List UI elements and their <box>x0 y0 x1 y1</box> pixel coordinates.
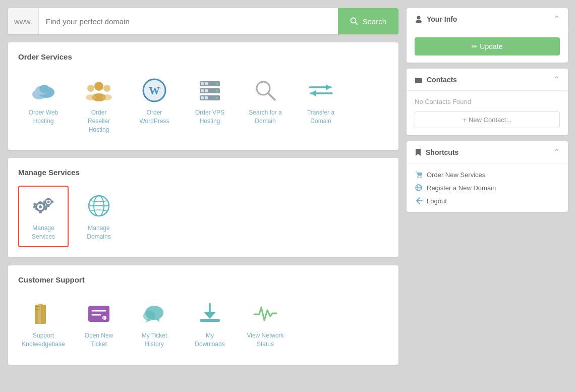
shortcuts-list: Order New Services Register a New Domain <box>415 171 560 205</box>
ticket-icon: ! <box>85 299 113 327</box>
order-services-grid: Order WebHosting Order R <box>18 70 388 140</box>
shortcut-logout-label: Logout <box>427 197 447 205</box>
svg-rect-36 <box>39 211 42 213</box>
sidebar-item-order-reseller-hosting[interactable]: Order ResellerHosting <box>74 70 124 140</box>
book-icon <box>29 299 57 327</box>
sidebar-item-order-wordpress[interactable]: W OrderWordPress <box>129 70 180 140</box>
domain-search-bar: www. Search <box>8 8 398 34</box>
contacts-title: Contacts <box>427 76 457 84</box>
shortcuts-body: Order New Services Register a New Domain <box>407 163 568 212</box>
arrow-left-icon <box>415 197 423 205</box>
svg-marker-30 <box>326 84 331 90</box>
svg-point-8 <box>87 85 94 92</box>
sidebar-item-order-web-hosting[interactable]: Order WebHosting <box>18 70 69 140</box>
svg-point-11 <box>102 94 112 100</box>
wordpress-icon: W <box>140 76 168 104</box>
svg-point-24 <box>216 83 218 85</box>
svg-rect-37 <box>33 205 36 208</box>
customer-support-section: Customer Support SupportKnolwedgebase <box>8 265 398 365</box>
svg-point-44 <box>47 201 50 203</box>
person-icon <box>415 15 423 23</box>
svg-rect-54 <box>41 305 46 324</box>
domain-www-label: www. <box>8 8 39 34</box>
bookmark-icon <box>415 148 422 156</box>
chevron-up-icon: ⌃ <box>553 14 560 24</box>
svg-line-1 <box>356 23 358 25</box>
view-network-status-label: View NetworkStatus <box>247 331 283 349</box>
search-domain-label: Search for aDomain <box>249 108 281 126</box>
svg-rect-47 <box>43 201 45 203</box>
svg-text:W: W <box>149 84 160 97</box>
new-contact-button[interactable]: + New Contact... <box>415 111 560 128</box>
svg-rect-48 <box>51 201 53 203</box>
sidebar-item-transfer-domain[interactable]: Transfer aDomain <box>296 70 346 140</box>
svg-rect-19 <box>201 89 204 92</box>
svg-rect-23 <box>205 96 208 99</box>
svg-point-26 <box>216 97 218 99</box>
chat-icon <box>140 299 168 327</box>
shortcuts-header[interactable]: Shortcuts ⌃ <box>407 141 568 163</box>
globe-icon <box>85 192 113 220</box>
sidebar-item-my-ticket-history[interactable]: My TicketHistory <box>129 293 180 355</box>
shortcuts-panel: Shortcuts ⌃ Order New Services <box>407 141 568 212</box>
order-reseller-hosting-label: Order ResellerHosting <box>80 108 118 134</box>
users-icon <box>85 76 113 104</box>
download-icon <box>196 299 224 327</box>
svg-text:!: ! <box>103 315 105 320</box>
search-button[interactable]: Search <box>338 8 398 34</box>
shortcut-order-new-services[interactable]: Order New Services <box>415 171 560 179</box>
folder-icon <box>415 76 423 84</box>
search-icon <box>350 17 358 25</box>
gear-icon <box>29 192 57 220</box>
your-info-panel: Your Info ⌃ ✏ Update <box>407 8 568 63</box>
svg-rect-22 <box>201 96 204 99</box>
shortcut-logout[interactable]: Logout <box>415 197 560 205</box>
manage-domains-label: ManageDomains <box>87 224 110 241</box>
support-knowledgebase-label: SupportKnolwedgebase <box>22 331 65 349</box>
open-new-ticket-label: Open NewTicket <box>85 331 113 349</box>
cart-icon <box>415 171 423 179</box>
svg-point-0 <box>351 18 356 23</box>
your-info-title: Your Info <box>427 15 457 23</box>
manage-services-grid: ManageServices ManageDomains <box>18 186 388 247</box>
svg-rect-20 <box>205 89 208 92</box>
contacts-panel: Contacts ⌃ No Contacts Found + New Conta… <box>407 69 568 135</box>
update-button[interactable]: ✏ Update <box>415 37 560 55</box>
no-contacts-text: No Contacts Found <box>415 98 560 105</box>
sidebar-item-view-network-status[interactable]: View NetworkStatus <box>240 293 291 355</box>
sidebar-item-order-vps-hosting[interactable]: Order VPSHosting <box>185 70 235 140</box>
sidebar-item-manage-domains[interactable]: ManageDomains <box>74 186 124 247</box>
sidebar-item-open-new-ticket[interactable]: ! Open NewTicket <box>74 293 124 355</box>
svg-point-9 <box>86 94 96 100</box>
svg-point-10 <box>103 85 110 92</box>
sidebar-item-support-knowledgebase[interactable]: SupportKnolwedgebase <box>18 293 69 355</box>
order-vps-hosting-label: Order VPSHosting <box>195 108 224 126</box>
my-ticket-history-label: My TicketHistory <box>142 331 167 349</box>
order-services-title: Order Services <box>18 52 388 61</box>
shortcut-register-new-domain[interactable]: Register a New Domain <box>415 184 560 192</box>
shortcut-order-new-services-label: Order New Services <box>427 171 485 179</box>
contacts-header[interactable]: Contacts ⌃ <box>407 69 568 91</box>
manage-services-label: ManageServices <box>32 224 55 241</box>
shortcuts-title: Shortcuts <box>426 148 458 156</box>
sidebar-item-my-downloads[interactable]: My Downloads <box>185 293 235 355</box>
globe-shortcut-icon <box>415 184 423 192</box>
svg-rect-16 <box>201 82 204 85</box>
svg-point-6 <box>94 82 103 91</box>
chevron-up-icon-shortcuts: ⌃ <box>553 147 560 157</box>
order-services-section: Order Services Order WebHosting <box>8 42 398 150</box>
svg-rect-69 <box>202 319 218 321</box>
sidebar-item-search-domain[interactable]: Search for aDomain <box>240 70 291 140</box>
svg-point-70 <box>417 16 421 19</box>
right-column: Your Info ⌃ ✏ Update Contacts ⌃ <box>407 8 568 384</box>
svg-point-25 <box>216 90 218 92</box>
svg-rect-46 <box>47 205 50 207</box>
manage-services-title: Manage Services <box>18 168 388 177</box>
svg-rect-45 <box>47 198 50 200</box>
contacts-body: No Contacts Found + New Contact... <box>407 91 568 135</box>
your-info-header[interactable]: Your Info ⌃ <box>407 8 568 30</box>
cloud-icon <box>29 76 57 104</box>
sidebar-item-manage-services[interactable]: ManageServices <box>18 186 69 247</box>
domain-search-input[interactable] <box>39 17 338 26</box>
your-info-body: ✏ Update <box>407 30 568 63</box>
